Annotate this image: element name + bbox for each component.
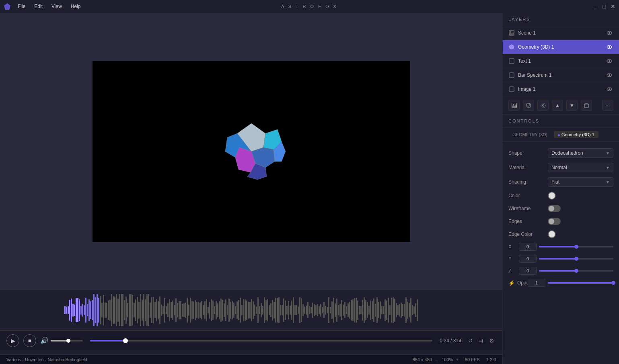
waveform-container — [0, 290, 502, 330]
layers-header: LAYERS — [503, 13, 619, 26]
control-z: Z — [503, 265, 619, 277]
volume-slider[interactable] — [51, 340, 83, 342]
svg-point-16 — [609, 46, 610, 48]
canvas-area: ▶ ■ 🔊 0:24 / 3:56 ↺ — [0, 13, 502, 364]
y-slider[interactable] — [539, 258, 613, 260]
layer-scene1[interactable]: Scene 1 — [503, 26, 619, 40]
controls-tabs: GEOMETRY (3D) Geometry (3D) 1 — [503, 128, 619, 142]
svg-point-27 — [512, 104, 513, 104]
status-right: 854 x 480 – 100% + 60 FPS 1.2.0 — [413, 357, 496, 362]
z-slider[interactable] — [539, 270, 613, 272]
layer-settings-btn[interactable] — [537, 100, 549, 111]
layer-duplicate-btn[interactable] — [523, 100, 534, 111]
menu-edit[interactable]: Edit — [30, 2, 47, 11]
shading-label: Shading — [508, 179, 545, 185]
control-opacity: ⚡ Opacity — [503, 277, 619, 289]
stop-button[interactable]: ■ — [23, 334, 36, 347]
control-material: Material Normal ▼ — [503, 160, 619, 175]
material-label: Material — [508, 165, 545, 170]
layer-image1-name: Image 1 — [518, 86, 602, 92]
opacity-label: Opacity — [517, 280, 525, 286]
color-picker[interactable] — [548, 192, 556, 200]
svg-point-32 — [541, 103, 545, 108]
ctrl-tab-geometry3d1[interactable]: Geometry (3D) 1 — [554, 131, 598, 138]
x-input[interactable] — [519, 243, 537, 251]
edge-color-label: Edge Color — [508, 231, 545, 237]
color-label: Color — [508, 193, 545, 198]
opacity-input[interactable] — [528, 279, 545, 287]
main-layout: ▶ ■ 🔊 0:24 / 3:56 ↺ — [0, 13, 619, 364]
layer-add-image-btn[interactable] — [508, 100, 520, 111]
opacity-slider[interactable] — [548, 282, 613, 284]
controls-body: Shape Dodecahedron ▼ Material Normal ▼ — [503, 142, 619, 364]
control-shape: Shape Dodecahedron ▼ — [503, 146, 619, 160]
play-button[interactable]: ▶ — [6, 334, 19, 347]
layer-actions: ▲ ▼ ··· — [503, 96, 619, 115]
y-input[interactable] — [519, 255, 537, 263]
app-title: A S T R O F O X — [281, 4, 338, 9]
ctrl-tab-geometry3d[interactable]: GEOMETRY (3D) — [508, 131, 551, 138]
canvas-viewport — [0, 13, 502, 290]
geometry-shape — [207, 111, 296, 192]
right-panel: LAYERS Scene 1 Geometry (3D) 1 Text 1 — [502, 13, 619, 364]
forward-icon[interactable]: ⇉ — [477, 336, 485, 346]
layer-geometry3d1-icon — [508, 44, 515, 50]
material-dropdown-arrow: ▼ — [606, 166, 610, 170]
menu-help[interactable]: Help — [67, 2, 85, 11]
wireframe-toggle[interactable] — [548, 205, 561, 212]
layer-barspectrum1-visibility[interactable] — [605, 71, 613, 79]
z-input[interactable] — [519, 267, 537, 275]
menu-bar: File Edit View Help — [14, 2, 85, 11]
transport-bar: ▶ ■ 🔊 0:24 / 3:56 ↺ — [0, 330, 502, 350]
svg-point-19 — [609, 60, 610, 62]
edge-color-picker[interactable] — [548, 230, 556, 238]
volume-icon: 🔊 — [40, 337, 48, 344]
x-slider[interactable] — [539, 246, 613, 247]
close-button[interactable]: ✕ — [610, 4, 616, 9]
svg-rect-17 — [509, 59, 514, 63]
version-display: 1.2.0 — [486, 357, 496, 362]
control-color: Color — [503, 189, 619, 202]
layer-text1-visibility[interactable] — [605, 57, 613, 65]
layer-scene1-visibility[interactable] — [605, 29, 613, 37]
track-info: Various - Unwritten - Natasha Bedingfiel… — [6, 357, 87, 362]
opacity-lightning-icon: ⚡ — [508, 280, 515, 286]
menu-view[interactable]: View — [47, 2, 66, 11]
progress-bar[interactable] — [90, 340, 432, 342]
layer-move-up-btn[interactable]: ▲ — [552, 100, 563, 111]
control-edges: Edges — [503, 215, 619, 228]
shading-dropdown[interactable]: Flat ▼ — [548, 177, 613, 187]
wireframe-label: Wireframe — [508, 206, 545, 211]
svg-rect-20 — [509, 73, 514, 78]
loop-icon[interactable]: ↺ — [467, 336, 475, 346]
svg-point-31 — [542, 104, 544, 106]
maximize-button[interactable]: □ — [601, 4, 607, 9]
layer-barspectrum1[interactable]: Bar Spectrum 1 — [503, 68, 619, 82]
menu-file[interactable]: File — [14, 2, 29, 11]
layer-move-down-btn[interactable]: ▼ — [566, 100, 578, 111]
material-dropdown[interactable]: Normal ▼ — [548, 163, 613, 172]
svg-rect-23 — [509, 87, 514, 92]
edges-toggle[interactable] — [548, 218, 561, 225]
layer-image1[interactable]: Image 1 — [503, 82, 619, 96]
layer-geometry3d1-visibility[interactable] — [605, 43, 613, 51]
shape-label: Shape — [508, 150, 545, 156]
minimize-button[interactable]: – — [592, 4, 598, 9]
layer-image1-visibility[interactable] — [605, 85, 613, 93]
z-label: Z — [508, 268, 516, 274]
layer-scene1-icon — [508, 30, 515, 36]
shape-dropdown[interactable]: Dodecahedron ▼ — [548, 148, 613, 158]
volume-control: 🔊 — [40, 337, 83, 344]
layer-text1[interactable]: Text 1 — [503, 54, 619, 68]
shape-dropdown-arrow: ▼ — [606, 151, 610, 155]
layer-geometry3d1[interactable]: Geometry (3D) 1 — [503, 40, 619, 54]
layer-delete-btn[interactable] — [581, 100, 592, 111]
settings-icon[interactable]: ⚙ — [487, 336, 496, 346]
svg-point-10 — [510, 31, 511, 33]
zoom-in[interactable]: + — [456, 357, 458, 362]
layer-more-btn[interactable]: ··· — [602, 100, 613, 111]
control-edge-color: Edge Color — [503, 228, 619, 241]
titlebar-left: File Edit View Help — [3, 2, 85, 11]
control-x: X — [503, 241, 619, 253]
control-wireframe: Wireframe — [503, 202, 619, 215]
